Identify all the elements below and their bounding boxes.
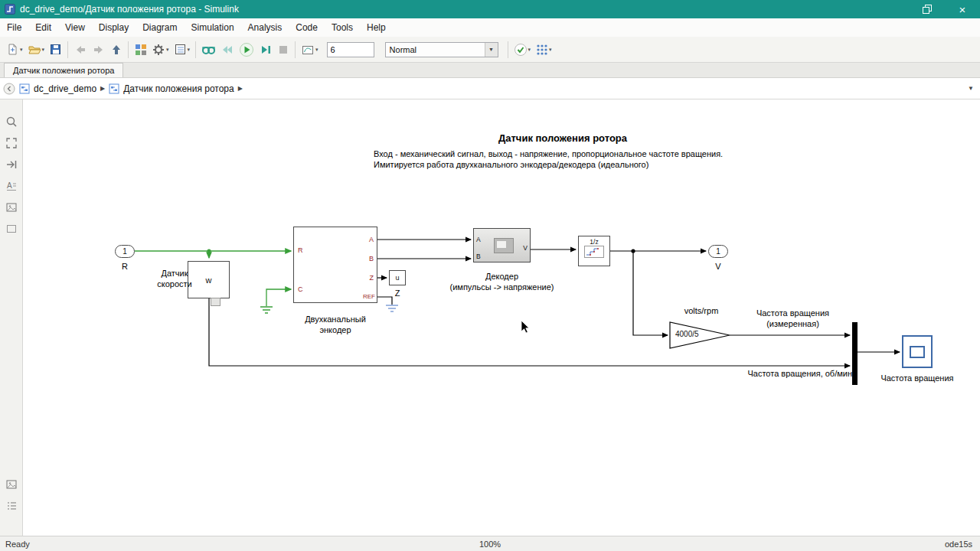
inport-label: R — [107, 261, 142, 272]
restore-window-button[interactable] — [910, 0, 945, 18]
title-bar: dc_drive_demo/Датчик положения ротора - … — [0, 0, 980, 18]
simulation-mode-value: Normal — [386, 45, 485, 54]
run-button[interactable] — [237, 40, 256, 60]
encoder-block[interactable]: R C A B Z REF — [293, 227, 377, 303]
inport-block[interactable]: 1 — [115, 245, 135, 258]
measured-speed-label: Частота вращения (измеренная) — [733, 308, 852, 329]
open-button[interactable]: ▾ — [25, 40, 47, 60]
library-browser-button[interactable] — [132, 40, 149, 60]
outport-block[interactable]: 1 — [708, 245, 728, 258]
library-browser-icon — [134, 43, 147, 56]
decoder-label-line1: Декодер — [420, 271, 584, 282]
area-box-icon[interactable] — [5, 222, 18, 236]
back-button[interactable] — [71, 40, 90, 60]
mode-dropdown-button[interactable]: ▼ — [485, 43, 498, 57]
measured-speed-label-line2: (измеренная) — [733, 318, 852, 329]
dropdown-arrow-icon: ▼ — [488, 47, 494, 52]
unit-delay-block[interactable]: 1/z — [578, 236, 610, 266]
diagram-canvas[interactable]: Датчик положения ротора Вход - механичес… — [23, 99, 980, 536]
probe-label: Z — [385, 288, 410, 298]
model-config-button[interactable]: ▾ — [149, 40, 172, 60]
menu-bar: File Edit View Display Diagram Simulatio… — [0, 18, 980, 37]
collapse-panel-icon — [3, 83, 15, 95]
window-title: dc_drive_demo/Датчик положения ротора - … — [20, 4, 239, 15]
speed-sensor-label: Датчик скорости — [142, 268, 207, 289]
speed-sensor-badge-icon — [211, 298, 220, 306]
decoder-port-b: B — [476, 253, 481, 260]
restore-icon — [923, 5, 932, 14]
stop-button[interactable] — [275, 40, 292, 60]
menu-view[interactable]: View — [58, 18, 92, 37]
step-back-button[interactable] — [218, 40, 237, 60]
caret-icon: ▾ — [166, 47, 169, 53]
gain-block[interactable]: 4000/5 — [670, 322, 730, 348]
zoom-icon[interactable] — [5, 115, 18, 129]
caret-icon: ▾ — [42, 47, 45, 53]
stop-time-input[interactable] — [327, 42, 374, 57]
decoder-thumbnail-inner — [497, 241, 506, 248]
gain-label: volts/rpm — [663, 305, 740, 316]
model-explorer-button[interactable]: ▾ — [172, 40, 193, 60]
menu-code[interactable]: Code — [289, 18, 325, 37]
scope-block[interactable] — [902, 335, 933, 368]
caret-icon: ▾ — [20, 47, 23, 53]
step-forward-icon — [259, 44, 273, 56]
menu-tools[interactable]: Tools — [325, 18, 360, 37]
close-window-button[interactable]: × — [945, 0, 980, 18]
breadcrumb-arrow-icon[interactable]: ▶ — [238, 85, 243, 92]
simulation-mode-select[interactable]: Normal ▼ — [385, 42, 498, 57]
breadcrumb: dc_drive_demo ▶ Датчик положения ротора … — [0, 78, 980, 99]
menu-analysis[interactable]: Analysis — [241, 18, 289, 37]
add-viewer-button[interactable]: ▾ — [299, 40, 321, 60]
breadcrumb-arrow-icon[interactable]: ▶ — [100, 85, 105, 92]
snapshot-icon[interactable] — [5, 478, 18, 491]
model-advisor-button[interactable]: ▾ — [511, 40, 534, 60]
encoder-port-r: R — [298, 246, 303, 254]
save-button[interactable] — [47, 40, 64, 60]
image-icon[interactable] — [5, 201, 18, 214]
step-forward-button[interactable] — [256, 40, 275, 60]
model-badge-icon — [19, 83, 30, 94]
encoder-port-c: C — [298, 285, 303, 293]
menu-help[interactable]: Help — [360, 18, 393, 37]
breadcrumb-current[interactable]: Датчик положения ротора — [123, 83, 234, 94]
menu-display[interactable]: Display — [92, 18, 136, 37]
menu-file[interactable]: File — [0, 18, 28, 37]
model-explorer-icon — [174, 43, 187, 56]
encoder-port-b: B — [369, 255, 374, 262]
menu-simulation[interactable]: Simulation — [185, 18, 241, 37]
outport-label: V — [701, 261, 736, 272]
build-button[interactable]: ▾ — [533, 40, 554, 60]
navigate-forward-icon[interactable] — [5, 158, 18, 171]
gain-value: 4000/5 — [675, 330, 699, 338]
breadcrumb-root[interactable]: dc_drive_demo — [34, 83, 96, 94]
tab-rotor-sensor[interactable]: Датчик положения ротора — [4, 63, 123, 77]
decoder-label: Декодер (импульсы -> напряжение) — [420, 271, 584, 292]
unit-delay-content: 1/z — [579, 238, 609, 246]
unit-delay-icon — [584, 246, 604, 258]
rpm-signal-label: Частота вращения, об/мин — [665, 368, 852, 379]
back-arrow-icon — [74, 44, 87, 56]
zoom-level: 100% — [479, 540, 501, 549]
annotation-icon[interactable]: A — [5, 179, 18, 193]
simulation-data-inspector-button[interactable] — [199, 40, 218, 60]
encoder-label: Двухканальный энкодер — [286, 314, 385, 335]
menu-diagram[interactable]: Diagram — [136, 18, 184, 37]
stop-icon — [277, 44, 289, 56]
forward-button[interactable] — [90, 40, 108, 60]
breadcrumb-options-arrow[interactable]: ▼ — [968, 85, 974, 92]
hide-browser-button[interactable] — [3, 83, 15, 95]
viewmarks-icon[interactable] — [5, 499, 18, 513]
solver-name: ode15s — [945, 540, 980, 549]
encoder-port-a: A — [369, 236, 374, 243]
probe-block[interactable]: u — [389, 270, 406, 285]
menu-edit[interactable]: Edit — [28, 18, 58, 37]
decoder-block[interactable]: A B V — [473, 228, 531, 262]
svg-text:A: A — [7, 181, 12, 190]
new-model-button[interactable]: ▾ — [4, 40, 25, 60]
up-to-parent-button[interactable] — [108, 40, 125, 60]
fit-to-view-icon[interactable] — [5, 136, 18, 150]
probe-content: u — [395, 274, 399, 282]
new-model-icon — [6, 43, 19, 56]
mouse-cursor — [521, 320, 533, 335]
